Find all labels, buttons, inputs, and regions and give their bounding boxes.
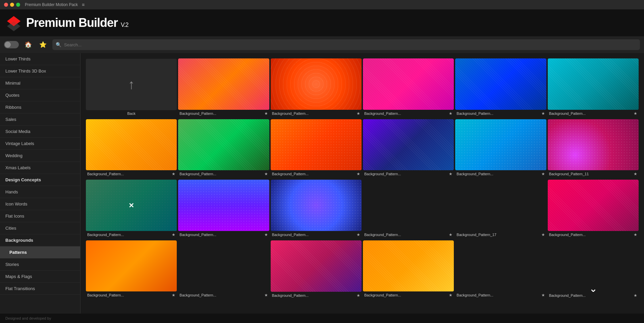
star-icon[interactable]: ★ [449,293,452,297]
search-input[interactable] [64,42,637,47]
close-icon: ✕ [590,288,596,292]
error-overlay: ✕ [86,180,177,231]
sidebar-item-design-concepts[interactable]: Design Concepts [0,174,80,186]
star-icon[interactable]: ★ [357,172,360,176]
star-icon[interactable]: ★ [634,293,637,298]
list-item[interactable]: Background_Pattern... ★ [271,58,362,118]
list-item[interactable]: Background_Pattern... ★ [455,240,546,300]
star-icon[interactable]: ★ [357,293,360,298]
sidebar-item-sales[interactable]: Sales [0,113,80,126]
sidebar-item-wedding[interactable]: Wedding [0,150,80,162]
star-icon[interactable]: ★ [264,172,268,176]
star-icon[interactable]: ★ [634,172,637,176]
back-label: Back [126,110,137,118]
list-item[interactable]: Background_Pattern_11 ★ [548,119,639,179]
star-icon[interactable]: ★ [172,172,175,176]
list-item[interactable]: Background_Pattern... ★ [271,119,362,179]
toggle-knob [5,42,11,48]
search-container: 🔍 [52,39,640,50]
star-icon[interactable]: ★ [634,232,637,237]
list-item[interactable]: Background_Pattern... ★ [178,240,269,300]
list-item[interactable]: Background_Pattern... ★ [86,301,177,314]
menu-icon[interactable]: ≡ [82,2,85,7]
minimize-button[interactable] [10,3,14,7]
star-icon[interactable]: ★ [264,111,268,116]
sidebar: Lower Thirds Lower Thirds 3D Box Minimal… [0,53,80,314]
sidebar-item-maps-flags[interactable]: Maps & Flags [0,271,80,283]
sidebar-item-flat-icons[interactable]: Flat Icons [0,210,80,222]
window-title: Premium Builder Motion Pack [25,2,78,7]
list-item[interactable]: Background_Pattern... ★ [363,58,454,118]
star-icon[interactable]: ★ [357,232,360,237]
toggle-switch[interactable] [4,41,19,48]
sidebar-item-lower-thirds-3d[interactable]: Lower Thirds 3D Box [0,65,80,77]
sidebar-item-xmas-labels[interactable]: Xmas Labels [0,162,80,174]
sidebar-item-cities[interactable]: Cities [0,222,80,234]
traffic-lights [4,3,20,7]
sidebar-item-vintage-labels[interactable]: Vintage Labels [0,138,80,150]
star-icon[interactable]: ★ [634,111,637,116]
star-icon[interactable]: ★ [449,111,452,116]
list-item[interactable]: Background_Pattern... ★ [548,58,639,118]
sidebar-item-lower-thirds[interactable]: Lower Thirds [0,53,80,65]
logo-area: Premium Builder V.2 [5,14,128,31]
star-icon[interactable]: ★ [172,232,175,237]
star-icon[interactable]: ★ [172,293,175,297]
back-button[interactable]: ↑ Back [86,58,177,118]
star-icon[interactable]: ★ [264,293,268,297]
main-content: Lower Thirds Lower Thirds 3D Box Minimal… [0,53,644,314]
maximize-button[interactable] [16,3,20,7]
list-item[interactable]: Background_Pattern... ★ [271,240,362,300]
star-icon[interactable]: ★ [449,172,452,176]
footer-text: Designed and developed by [5,316,51,320]
sidebar-item-hands[interactable]: Hands [0,186,80,198]
list-item[interactable]: Background_Pattern... ★ [86,240,177,300]
sidebar-item-quotes[interactable]: Quotes [0,89,80,101]
title-bar: Premium Builder Motion Pack ≡ [0,0,644,9]
list-item[interactable]: Background_Pattern... ★ [548,180,639,239]
list-item[interactable]: ✕ Background_Pattern... ★ [86,180,177,239]
star-icon[interactable]: ★ [357,111,360,116]
list-item[interactable]: Background_Pattern... ★ [455,58,546,118]
star-icon[interactable]: ★ [264,232,268,237]
sidebar-item-minimal[interactable]: Minimal [0,77,80,89]
search-icon: 🔍 [56,42,61,47]
error-icon: ✕ [128,201,134,210]
favorites-button[interactable]: ⭐ [38,39,48,50]
sidebar-item-ribbons[interactable]: Ribbons [0,101,80,113]
sidebar-item-social-media[interactable]: Social Media [0,126,80,138]
thumbnail-grid: ↑ Back Background_Pattern... ★ [86,58,639,314]
logo-icon [5,14,22,31]
list-item[interactable]: ✕ Background_Pattern... ★ [548,240,639,300]
star-icon[interactable]: ★ [541,111,545,116]
sidebar-item-backgrounds[interactable]: Backgrounds [0,234,80,246]
list-item[interactable]: Background_Pattern_17 ★ [455,180,546,239]
list-item[interactable]: Background_Pattern... ★ [178,119,269,179]
star-icon[interactable]: ★ [449,232,452,237]
toolbar: 🏠 ⭐ 🔍 [0,36,644,53]
content-area: ↑ Back Background_Pattern... ★ [80,53,644,314]
footer: Designed and developed by [0,314,644,323]
sidebar-item-flat-transitions[interactable]: Flat Transitions [0,283,80,295]
close-button[interactable] [4,3,8,7]
list-item[interactable]: Background_Pattern... ★ [86,119,177,179]
sidebar-item-stories[interactable]: Stories [0,259,80,271]
list-item[interactable]: Background_Pattern... ★ [455,119,546,179]
sidebar-item-icon-words[interactable]: Icon Words [0,198,80,210]
logo-version: V.2 [121,21,128,28]
list-item[interactable]: Background_Pattern... ★ [363,240,454,300]
list-item[interactable]: Background_Pattern... ★ [178,58,269,118]
list-item[interactable]: Background_Pattern... ★ [363,180,454,239]
star-icon[interactable]: ★ [541,232,545,237]
list-item[interactable]: Background_Pattern... ★ [178,180,269,239]
list-item[interactable]: Background_Pattern... ★ [363,119,454,179]
star-icon[interactable]: ★ [541,172,545,176]
logo-text: Premium Builder V.2 [26,16,128,30]
list-item[interactable]: Background_Pattern... ★ [271,180,362,239]
star-icon[interactable]: ★ [541,293,545,297]
sidebar-item-patterns[interactable]: Patterns [0,246,80,259]
home-button[interactable]: 🏠 [23,39,34,50]
header: Premium Builder V.2 [0,9,644,36]
